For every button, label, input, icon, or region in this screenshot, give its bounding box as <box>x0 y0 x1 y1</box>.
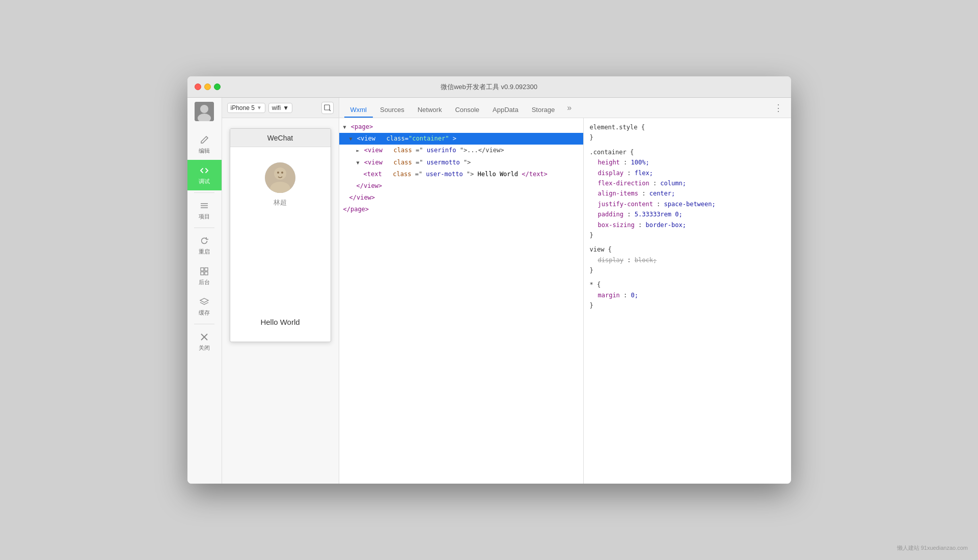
css-rule-display-block: display : block; <box>590 255 785 265</box>
css-block-star-close: } <box>590 300 785 311</box>
svg-rect-12 <box>324 105 330 110</box>
tag-close-usermotto: </view> <box>357 182 383 189</box>
tab-sources[interactable]: Sources <box>374 103 411 118</box>
devtools-tabs: Wxml Sources Network Console AppData Sto… <box>339 98 791 118</box>
devtools-panel: Wxml Sources Network Console AppData Sto… <box>339 98 791 484</box>
triangle-userinfo: ► <box>357 148 360 153</box>
triangle-usermotto: ▼ <box>357 160 360 165</box>
sidebar-item-edit[interactable]: 编辑 <box>187 129 222 160</box>
tag-view-open: <view <box>364 147 383 154</box>
attr-class-motto: class <box>386 171 412 178</box>
watermark: 懒人建站 91xuedianzao.com <box>897 544 968 552</box>
app-title: WeChat <box>267 134 293 142</box>
sidebar-item-backend-label: 后台 <box>199 278 210 286</box>
sidebar-item-restart[interactable]: 重启 <box>187 230 222 261</box>
inspect-button[interactable] <box>321 102 334 114</box>
tabs-more-button[interactable]: » <box>564 103 575 113</box>
sidebar-item-project-label: 项目 <box>199 213 210 220</box>
device-arrow-icon: ▼ <box>257 105 262 110</box>
device-name: iPhone 5 <box>231 104 255 111</box>
x-icon <box>199 331 210 343</box>
css-rule-justify-content: justify-content : space-between; <box>590 199 785 209</box>
svg-rect-8 <box>201 272 204 275</box>
user-avatar <box>265 162 295 193</box>
triangle-page: ▼ <box>343 124 346 130</box>
simulator-panel: iPhone 5 ▼ wifi ▼ WeChat <box>222 98 339 484</box>
css-value-align-items: center; <box>649 190 675 197</box>
grid-icon <box>199 266 210 277</box>
tab-storage[interactable]: Storage <box>526 103 561 118</box>
css-prop-margin: margin <box>590 292 620 299</box>
css-prop-box-sizing: box-sizing <box>590 221 635 229</box>
dom-line-close-usermotto[interactable]: </view> <box>339 180 583 192</box>
network-name: wifi <box>272 104 281 111</box>
tag-close-container: </view> <box>349 194 375 201</box>
css-block-element-style-close: } <box>590 132 785 143</box>
tab-network-label: Network <box>418 106 442 114</box>
css-prop-justify-content: justify-content <box>590 201 653 208</box>
maximize-button[interactable] <box>214 83 221 90</box>
css-value-padding: 5.33333rem 0; <box>635 211 683 218</box>
network-selector[interactable]: wifi ▼ <box>268 103 292 113</box>
css-prop-flex-direction: flex-direction <box>590 180 649 187</box>
text-content: Hello World <box>478 171 518 178</box>
sidebar-item-backend[interactable]: 后台 <box>187 261 222 291</box>
css-block-element-style: element.style { <box>590 122 785 132</box>
tag-text-open: <text <box>364 171 382 178</box>
dom-line-container[interactable]: ▼ <view class="container" > <box>339 133 583 145</box>
attr-value-userinfo: userinfo <box>427 147 456 154</box>
sidebar-item-project[interactable]: 项目 <box>187 195 222 226</box>
css-selector-view-line: view { <box>590 244 785 255</box>
attr-class-userinfo: class <box>386 147 412 154</box>
css-rule-padding: padding : 5.33333rem 0; <box>590 209 785 219</box>
svg-line-13 <box>329 109 331 111</box>
phone-frame: WeChat <box>222 118 339 484</box>
close-button[interactable] <box>195 83 201 90</box>
tab-console[interactable]: Console <box>449 103 485 118</box>
css-value-box-sizing: border-box; <box>645 221 686 229</box>
dom-line-page[interactable]: ▼ <page> <box>339 121 583 133</box>
tab-appdata-label: AppData <box>493 106 519 114</box>
dom-line-usermotto[interactable]: ▼ <view class =" usermotto "> <box>339 157 583 169</box>
css-selector-container-line: .container { <box>590 147 785 157</box>
traffic-lights <box>187 83 221 90</box>
svg-rect-6 <box>201 268 204 271</box>
sidebar-item-debug[interactable]: 调试 <box>187 160 222 190</box>
css-prop-height: height <box>590 159 620 166</box>
dom-line-close-page[interactable]: </page> <box>339 204 583 215</box>
svg-point-18 <box>281 172 283 174</box>
sidebar-item-restart-label: 重启 <box>199 248 210 256</box>
dom-line-close-container[interactable]: </view> <box>339 192 583 204</box>
dom-line-userinfo[interactable]: ► <view class =" userinfo ">...</view> <box>339 145 583 156</box>
divider-3 <box>194 324 214 324</box>
tabs-menu-button[interactable]: ⋮ <box>771 102 786 114</box>
css-block-view-close: } <box>590 265 785 275</box>
css-rule-margin: margin : 0; <box>590 290 785 300</box>
css-selector-view: view { <box>590 246 612 253</box>
css-value-display: flex; <box>635 170 653 177</box>
devtools-content: ▼ <page> ▼ <view class="container" > ► <… <box>339 118 791 484</box>
css-rule-box-sizing: box-sizing : border-box; <box>590 220 785 230</box>
tag-close-page: </page> <box>343 206 369 213</box>
list-icon <box>199 200 210 211</box>
sidebar-item-edit-label: 编辑 <box>199 147 210 155</box>
hello-world-text: Hello World <box>260 318 300 326</box>
triangle-container: ▼ <box>349 136 352 142</box>
css-value-display-block: block; <box>635 257 657 264</box>
device-selector[interactable]: iPhone 5 ▼ <box>227 103 265 113</box>
css-selector-star-line: * { <box>590 279 785 290</box>
sidebar-item-cache[interactable]: 缓存 <box>187 291 222 322</box>
css-prop-padding: padding <box>590 211 624 218</box>
minimize-button[interactable] <box>204 83 211 90</box>
window-title: 微信web开发者工具 v0.9.092300 <box>441 82 537 92</box>
tab-appdata[interactable]: AppData <box>486 103 525 118</box>
css-value-justify-content: space-between; <box>664 201 716 208</box>
tab-wxml[interactable]: Wxml <box>344 103 373 118</box>
simulator-toolbar: iPhone 5 ▼ wifi ▼ <box>222 98 339 118</box>
sidebar-item-close[interactable]: 关闭 <box>187 326 222 357</box>
css-block-container-close: } <box>590 230 785 240</box>
dom-line-text[interactable]: <text class =" user-motto "> Hello World… <box>339 169 583 180</box>
avatar <box>195 102 214 121</box>
tab-network[interactable]: Network <box>412 103 448 118</box>
tag-view-usermotto-open: <view <box>364 159 383 166</box>
